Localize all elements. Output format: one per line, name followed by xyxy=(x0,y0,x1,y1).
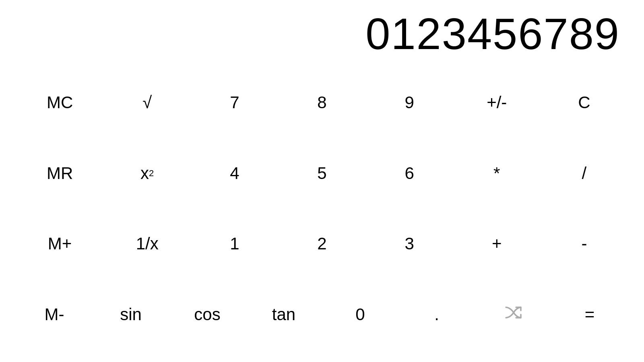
button-6[interactable]: 6 xyxy=(366,138,453,209)
button-reciprocal[interactable]: 1/x xyxy=(103,209,191,280)
button-add[interactable]: + xyxy=(453,209,541,280)
button-plus-minus[interactable]: +/- xyxy=(453,67,541,138)
button-cos[interactable]: cos xyxy=(169,279,246,350)
button-row-2: MR x2 4 5 6 * / xyxy=(16,138,628,209)
display-area: 0123456789 xyxy=(0,0,644,63)
button-sin[interactable]: sin xyxy=(93,279,169,350)
button-equals[interactable]: = xyxy=(551,279,628,350)
button-decimal[interactable]: . xyxy=(398,279,475,350)
button-shuffle[interactable] xyxy=(475,279,551,350)
button-mplus[interactable]: M+ xyxy=(16,209,103,280)
button-clear[interactable]: C xyxy=(541,67,628,138)
button-divide[interactable]: / xyxy=(541,138,628,209)
button-mminus[interactable]: M- xyxy=(16,279,93,350)
button-4[interactable]: 4 xyxy=(191,138,278,209)
calculator: 0123456789 MC √ 7 8 9 +/- C MR x2 4 5 6 … xyxy=(0,0,644,362)
shuffle-icon xyxy=(502,304,524,325)
button-tan[interactable]: tan xyxy=(246,279,322,350)
button-mr[interactable]: MR xyxy=(16,138,103,209)
button-2[interactable]: 2 xyxy=(278,209,365,280)
buttons-area: MC √ 7 8 9 +/- C MR x2 4 5 6 * / M+ 1/x … xyxy=(0,63,644,362)
button-9[interactable]: 9 xyxy=(366,67,453,138)
button-subtract[interactable]: - xyxy=(541,209,628,280)
button-row-1: MC √ 7 8 9 +/- C xyxy=(16,67,628,138)
button-3[interactable]: 3 xyxy=(366,209,453,280)
button-row-3: M+ 1/x 1 2 3 + - xyxy=(16,209,628,280)
button-sqrt[interactable]: √ xyxy=(103,67,191,138)
button-7[interactable]: 7 xyxy=(191,67,278,138)
button-mc[interactable]: MC xyxy=(16,67,103,138)
button-0[interactable]: 0 xyxy=(322,279,398,350)
button-x2[interactable]: x2 xyxy=(103,138,191,209)
button-5[interactable]: 5 xyxy=(278,138,365,209)
button-1[interactable]: 1 xyxy=(191,209,278,280)
button-8[interactable]: 8 xyxy=(278,67,365,138)
button-multiply[interactable]: * xyxy=(453,138,541,209)
button-row-4: M- sin cos tan 0 . = xyxy=(16,279,628,350)
display-value: 0123456789 xyxy=(365,8,620,59)
